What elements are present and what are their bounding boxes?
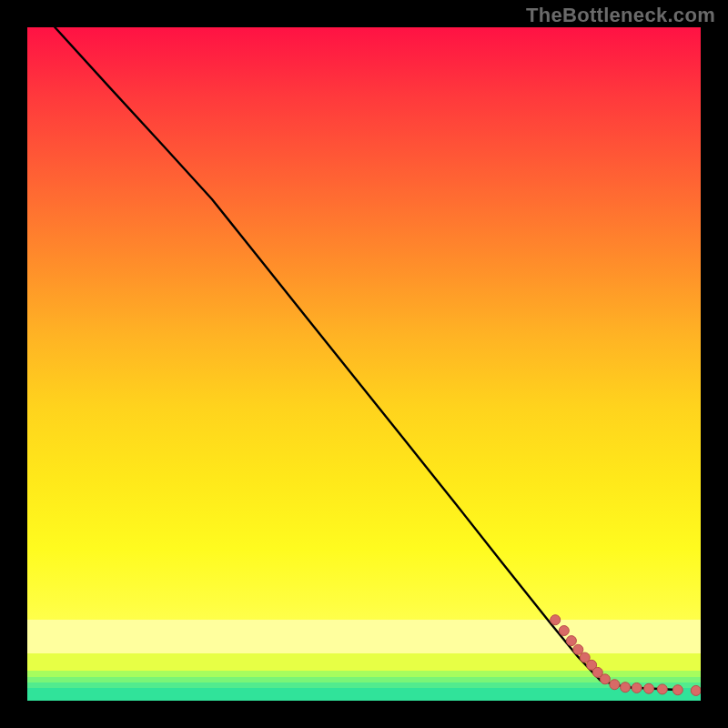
scatter-dot [551, 615, 561, 625]
chart-frame: TheBottleneck.com [0, 0, 728, 728]
plot-area [27, 27, 701, 701]
scatter-dot [672, 685, 682, 695]
scatter-dot [573, 644, 583, 654]
scatter-dot [632, 682, 642, 693]
chart-overlay [27, 27, 701, 701]
scatter-dot [610, 680, 620, 690]
scatter-dot [559, 626, 569, 636]
scatter-dot [691, 685, 701, 695]
scatter-dot [621, 682, 631, 693]
curve-line [55, 27, 681, 690]
watermark-label: TheBottleneck.com [526, 4, 715, 27]
scatter-dot [657, 684, 667, 694]
scatter-dots [551, 615, 701, 696]
scatter-dot [644, 683, 654, 693]
scatter-dot [566, 636, 576, 646]
scatter-dot [600, 674, 610, 684]
